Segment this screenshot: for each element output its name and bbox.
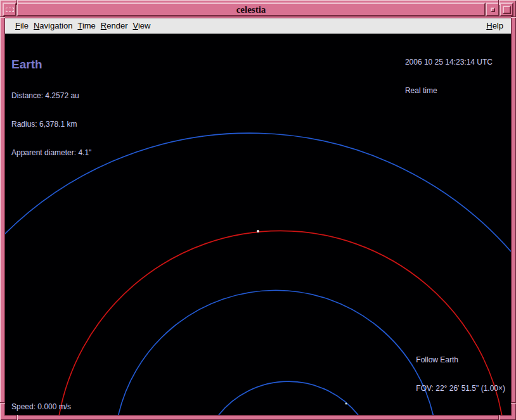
selection-radius: Radius: 6,378.1 km: [11, 120, 91, 129]
selection-apparent-diameter: Apparent diameter: 4.1": [11, 148, 91, 158]
window-title: celestia: [236, 4, 266, 15]
current-datetime: 2006 10 25 14:23:14 UTC: [405, 58, 493, 67]
fov-indicator: FOV: 22° 26' 51.5" (1.00×): [416, 384, 505, 393]
menu-file[interactable]: File: [13, 19, 31, 33]
selection-distance: Distance: 4.2572 au: [11, 91, 91, 101]
selection-info: Earth Distance: 4.2572 au Radius: 6,378.…: [11, 39, 91, 177]
menu-navigation[interactable]: Navigation: [31, 19, 75, 33]
planet-dot-earth[interactable]: [257, 230, 259, 232]
menu-view[interactable]: View: [130, 19, 153, 33]
orbit-middle-blue[interactable]: [117, 290, 434, 415]
resize-handle-left-bottom[interactable]: [0, 402, 5, 404]
follow-mode: Follow Earth: [416, 355, 505, 365]
resize-handle-top-left[interactable]: [16, 0, 18, 5]
selected-object-name: Earth: [11, 58, 91, 71]
resize-handle-bottom-left[interactable]: [16, 415, 18, 420]
client-area: File Navigation Time Render View Help Ea…: [4, 18, 512, 416]
time-info: 2006 10 25 14:23:14 UTC Real time: [405, 39, 493, 115]
title-area[interactable]: celestia: [16, 3, 486, 16]
menu-render[interactable]: Render: [98, 19, 131, 33]
resize-handle-right-top[interactable]: [511, 16, 516, 18]
space-viewport[interactable]: Earth Distance: 4.2572 au Radius: 6,378.…: [5, 34, 511, 415]
window-menu-icon: [6, 8, 14, 12]
celestia-window: celestia File Navigation Time Render Vie…: [0, 0, 516, 420]
menu-help[interactable]: Help: [484, 19, 506, 33]
orbit-inner-blue[interactable]: [219, 381, 358, 415]
resize-handle-left-top[interactable]: [0, 16, 5, 18]
speed-indicator: Speed: 0.000 m/s: [11, 402, 71, 412]
minimize-button[interactable]: [486, 3, 500, 16]
maximize-button[interactable]: [500, 3, 513, 16]
resize-handle-top-right[interactable]: [498, 0, 500, 5]
camera-info: Follow Earth FOV: 22° 26' 51.5" (1.00×): [416, 336, 505, 412]
resize-handle-right-bottom[interactable]: [511, 402, 516, 404]
planet-dot-inner[interactable]: [345, 403, 347, 405]
maximize-icon: [503, 6, 511, 14]
time-mode: Real time: [405, 86, 493, 96]
minimize-icon: [491, 8, 495, 12]
menu-time[interactable]: Time: [75, 19, 98, 33]
resize-handle-bottom-right[interactable]: [498, 415, 500, 420]
menu-bar: File Navigation Time Render View Help: [5, 18, 511, 34]
titlebar[interactable]: celestia: [3, 3, 513, 16]
window-menu-button[interactable]: [3, 3, 16, 16]
